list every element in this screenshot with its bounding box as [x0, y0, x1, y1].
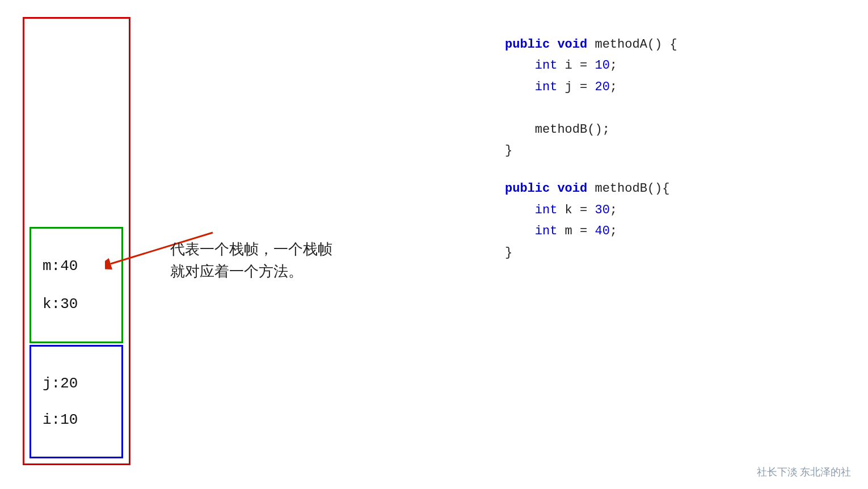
- annotation-line2: 就对应着一个方法。: [170, 263, 303, 280]
- code-method-b-line2: int k = 30;: [505, 200, 834, 221]
- stack-area: m:40 k:30 j:20 i:10: [23, 17, 136, 471]
- code-method-b-line1: public void methodB(){: [505, 178, 834, 199]
- method-b-frame: m:40 k:30: [30, 227, 123, 343]
- code-method-a-line4: [505, 98, 834, 119]
- code-gap: [505, 161, 834, 178]
- var-j: j:20: [43, 375, 110, 392]
- method-a-frame: j:20 i:10: [30, 345, 123, 458]
- code-method-a-line5: methodB();: [505, 119, 834, 140]
- code-area: public void methodA() { int i = 10; int …: [505, 34, 834, 263]
- var-k: k:30: [43, 296, 110, 313]
- var-i: i:10: [43, 411, 110, 428]
- code-method-a-line2: int i = 10;: [505, 55, 834, 76]
- watermark: 社长下淡 东北泽的社: [757, 465, 852, 479]
- annotation-text: 代表一个栈帧，一个栈帧 就对应着一个方法。: [170, 238, 397, 283]
- code-method-a-line3: int j = 20;: [505, 77, 834, 98]
- code-method-b-line4: }: [505, 242, 834, 263]
- code-method-a-line1: public void methodA() {: [505, 34, 834, 55]
- main-container: m:40 k:30 j:20 i:10 代表一个栈帧，一个栈帧 就对应着一个方法…: [0, 0, 868, 489]
- code-method-a-line6: }: [505, 140, 834, 161]
- var-m: m:40: [43, 258, 110, 275]
- code-block: public void methodA() { int i = 10; int …: [505, 34, 834, 263]
- code-method-b-line3: int m = 40;: [505, 221, 834, 242]
- annotation-area: 代表一个栈帧，一个栈帧 就对应着一个方法。: [125, 238, 397, 283]
- annotation-line1: 代表一个栈帧，一个栈帧: [170, 241, 332, 258]
